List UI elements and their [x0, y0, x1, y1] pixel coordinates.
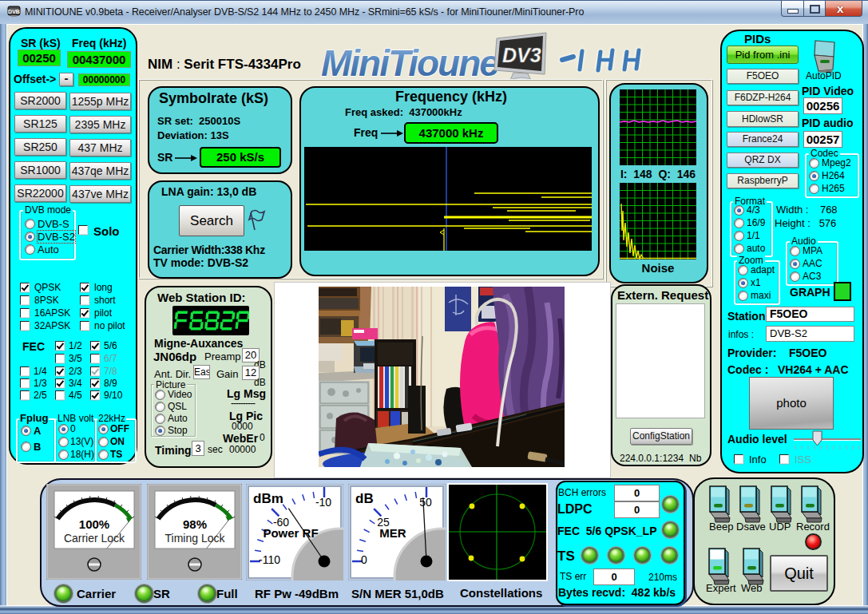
- svg-text:Timing Lock: Timing Lock: [165, 532, 226, 545]
- svg-text:-10: -10: [315, 496, 331, 509]
- svg-text:0: 0: [361, 553, 367, 566]
- svg-text:MiniTioune: MiniTioune: [321, 42, 499, 84]
- svg-text:dBm: dBm: [253, 491, 283, 506]
- svg-text:MER: MER: [379, 526, 406, 540]
- svg-text:Power RF: Power RF: [263, 526, 318, 540]
- svg-text:DV3: DV3: [502, 44, 541, 66]
- svg-text:50: 50: [419, 496, 432, 509]
- svg-text:DVB: DVB: [8, 9, 20, 14]
- svg-text:100%: 100%: [79, 517, 109, 531]
- svg-text:98%: 98%: [183, 517, 207, 531]
- svg-text:-110: -110: [259, 553, 280, 566]
- svg-text:Carrier Lock: Carrier Lock: [64, 532, 125, 545]
- svg-text:dB: dB: [355, 491, 374, 506]
